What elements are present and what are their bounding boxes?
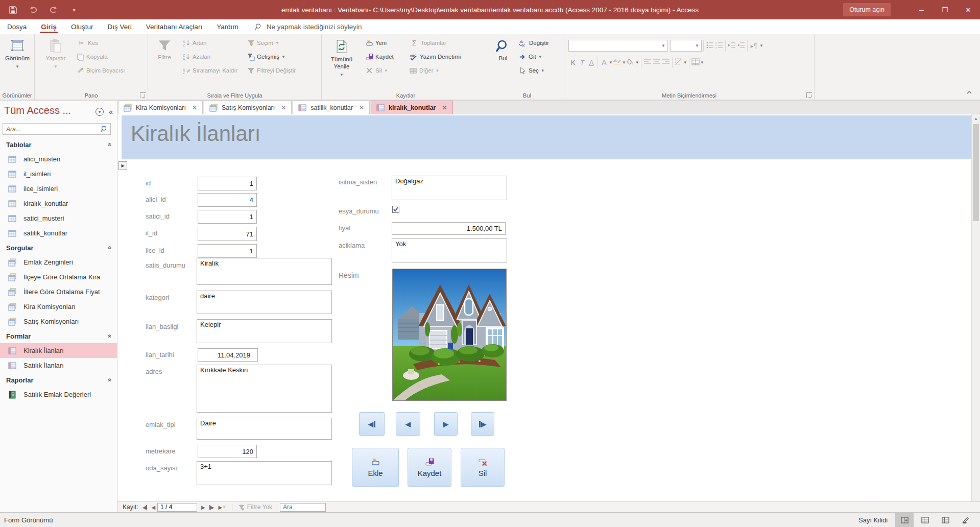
- sidebar-item-il-isimleri[interactable]: il_isimleri: [0, 166, 117, 181]
- select-button[interactable]: Seç▼: [517, 64, 551, 77]
- sidebar-item-kiralik-ilanlari[interactable]: Kiralık İlanları: [0, 343, 117, 358]
- shutter-close-icon[interactable]: «: [109, 108, 113, 116]
- last-record-nav-icon[interactable]: ▶: [209, 505, 214, 510]
- add-button[interactable]: Ekle: [352, 448, 399, 487]
- tab-yardim[interactable]: Yardım: [209, 19, 246, 34]
- refresh-all-button[interactable]: Tümünü Yenile ▼: [326, 36, 357, 89]
- replace-button[interactable]: abac Değiştir: [517, 37, 551, 49]
- sidebar-item-satilik-konutlar[interactable]: satilik_konutlar: [0, 226, 117, 241]
- tab-dosya[interactable]: Dosya: [0, 19, 34, 34]
- field-input-ilan-basligi[interactable]: [197, 319, 332, 343]
- doc-tab-kiralik-konutlar[interactable]: kiralık_konutlar✕: [371, 101, 452, 114]
- close-tab-icon[interactable]: ✕: [281, 104, 286, 111]
- restore-button[interactable]: ❐: [933, 0, 957, 19]
- doc-tab-kira-komisyonlari[interactable]: Kira Komisyonları✕: [118, 101, 203, 114]
- property-photo[interactable]: [392, 269, 507, 401]
- close-button[interactable]: ✕: [957, 0, 980, 19]
- alternate-row-color-button[interactable]: [691, 58, 700, 67]
- remove-sort-button[interactable]: AZ Sıralamayı Kaldır: [181, 64, 240, 77]
- tab-giris[interactable]: Giriş: [34, 19, 64, 34]
- totals-button[interactable]: ΣToplamlar: [408, 37, 463, 49]
- highlight-color-button[interactable]: ab: [613, 58, 622, 67]
- customize-quick-access-icon[interactable]: ▾: [68, 4, 80, 15]
- sidebar-item-illere-gore-ortalama-fiyat[interactable]: İllere Göre Ortalama Fiyat: [0, 284, 117, 299]
- layout-view-button[interactable]: [936, 513, 954, 527]
- field-input-id[interactable]: [198, 177, 257, 190]
- align-left-icon[interactable]: [643, 59, 652, 66]
- record-search-input[interactable]: [280, 503, 326, 512]
- tab-veritabani-araclari[interactable]: Veritabanı Araçları: [139, 19, 209, 34]
- filter-button[interactable]: Filtre: [151, 36, 178, 89]
- sidebar-item-satici-musteri[interactable]: satici_musteri: [0, 211, 117, 226]
- section-raporlar[interactable]: Raporlar«: [0, 373, 117, 387]
- sidebar-item-emlak-zenginleri[interactable]: Emlak Zenginleri: [0, 255, 117, 270]
- paste-button[interactable]: Yapıştır ▼: [41, 36, 70, 89]
- datasheet-view-button[interactable]: [916, 513, 934, 527]
- doc-tab-satilik-konutlar[interactable]: satilik_konutlar✕: [293, 101, 370, 114]
- new-record-nav-icon[interactable]: ▶✳: [219, 505, 226, 510]
- selection-button[interactable]: Seçim▼: [245, 37, 298, 49]
- field-input-oda-sayisi[interactable]: [197, 461, 332, 485]
- align-right-icon[interactable]: [661, 59, 671, 66]
- next-record-nav-icon[interactable]: ▶: [201, 505, 205, 510]
- find-button[interactable]: Bul: [491, 36, 515, 89]
- record-position-box[interactable]: [157, 503, 197, 512]
- field-input-alici-id[interactable]: [198, 193, 257, 207]
- toggle-filter-button[interactable]: Filtreyi Değiştir: [245, 64, 298, 77]
- numbered-list-icon[interactable]: 123: [714, 42, 724, 50]
- view-button[interactable]: Görünüm ▼: [3, 36, 32, 89]
- goto-button[interactable]: Git▼: [517, 51, 551, 63]
- underline-button[interactable]: A: [587, 59, 596, 66]
- esya-durumu-checkbox[interactable]: [392, 206, 399, 213]
- increase-indent-icon[interactable]: [727, 42, 736, 50]
- sidebar-item-satilik-emlak-degerleri[interactable]: Satılık Emlak Değerleri: [0, 387, 117, 402]
- text-format-dialog-launcher[interactable]: [806, 92, 812, 98]
- tell-me-search[interactable]: Ne yapmak istediğinizi söyleyin: [255, 23, 362, 31]
- nav-search-icon[interactable]: [99, 125, 110, 133]
- field-input-satis-durumu[interactable]: [197, 258, 332, 285]
- paragraph-marks-icon[interactable]: ▸¶: [749, 42, 758, 50]
- first-record-nav-icon[interactable]: ◀: [142, 505, 148, 510]
- close-tab-icon[interactable]: ✕: [442, 104, 447, 111]
- sidebar-item-satilik-ilanlari[interactable]: Satılık İlanları: [0, 358, 117, 373]
- nav-search-input[interactable]: [3, 126, 99, 133]
- font-color-button[interactable]: A: [600, 58, 609, 66]
- save-icon[interactable]: [7, 4, 18, 15]
- align-center-icon[interactable]: [652, 59, 661, 66]
- field-input-ilce-id[interactable]: [198, 244, 257, 258]
- font-family-combo[interactable]: ▼: [568, 40, 668, 52]
- clipboard-dialog-launcher[interactable]: [140, 92, 146, 98]
- field-input-satici-id[interactable]: [198, 210, 257, 224]
- field-input-aciklama[interactable]: [392, 238, 507, 262]
- tab-dis-veri[interactable]: Dış Veri: [101, 19, 139, 34]
- sidebar-item-alici-musteri[interactable]: alici_musteri: [0, 152, 117, 166]
- field-input-fiyat[interactable]: [392, 222, 506, 235]
- spelling-button[interactable]: ABC Yazım Denetimi: [408, 51, 463, 63]
- font-size-combo[interactable]: ▼: [670, 40, 702, 52]
- section-sorgular[interactable]: Sorgular«: [0, 241, 117, 255]
- sidebar-item-ilceye-gore-ortalama-kira[interactable]: İlçeye Göre Ortalama Kira: [0, 270, 117, 284]
- sidebar-item-ilce-isimleri[interactable]: ilce_isimleri: [0, 181, 117, 196]
- section-tablolar[interactable]: Tablolar«: [0, 137, 117, 152]
- tab-olustur[interactable]: Oluştur: [64, 19, 101, 34]
- gridlines-button[interactable]: [674, 58, 683, 67]
- decrease-indent-icon[interactable]: [736, 42, 746, 50]
- sidebar-item-satis-komisyonlari[interactable]: Satış Komisyonları: [0, 314, 117, 329]
- italic-button[interactable]: T: [578, 59, 587, 66]
- bold-button[interactable]: K: [568, 59, 578, 66]
- field-input-il-id[interactable]: [198, 227, 257, 241]
- more-button[interactable]: Diğer▼: [408, 64, 463, 77]
- first-record-button[interactable]: ◀: [359, 412, 385, 436]
- previous-record-nav-icon[interactable]: ◀: [151, 505, 155, 510]
- save-button[interactable]: Kaydet: [408, 448, 451, 487]
- copy-button[interactable]: Kopyala: [75, 51, 127, 63]
- sort-descending-button[interactable]: ZA Azalan: [181, 51, 240, 63]
- close-tab-icon[interactable]: ✕: [359, 104, 364, 111]
- delete-record-button[interactable]: Sil▼: [364, 64, 396, 77]
- field-input-adres[interactable]: [197, 365, 332, 413]
- advanced-filter-button[interactable]: Gelişmiş▼: [245, 51, 298, 63]
- fill-color-button[interactable]: [626, 58, 635, 67]
- collapse-ribbon-icon[interactable]: [966, 89, 973, 97]
- field-input-metrekare[interactable]: [198, 445, 257, 458]
- sort-ascending-button[interactable]: AZ Artan: [181, 37, 240, 49]
